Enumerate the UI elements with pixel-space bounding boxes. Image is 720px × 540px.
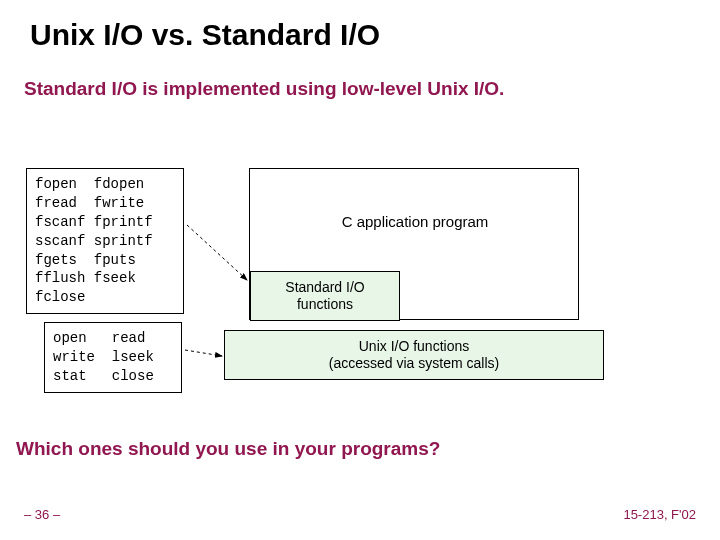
stdio-function-list: fopen fdopen fread fwrite fscanf fprintf…: [26, 168, 184, 314]
slide-subtitle: Standard I/O is implemented using low-le…: [24, 78, 504, 100]
slide-question: Which ones should you use in your progra…: [16, 438, 440, 460]
unixio-layer-box: Unix I/O functions (accessed via system …: [224, 330, 604, 380]
app-program-label: C application program: [250, 213, 580, 230]
stdio-layer-label: Standard I/O functions: [285, 279, 364, 313]
page-number: – 36 –: [24, 507, 60, 522]
unixio-layer-label: Unix I/O functions (accessed via system …: [329, 338, 499, 372]
course-footer: 15-213, F'02: [623, 507, 696, 522]
slide-title: Unix I/O vs. Standard I/O: [30, 18, 380, 52]
arrow-unixio-to-layer: [185, 350, 222, 356]
stdio-layer-box: Standard I/O functions: [250, 271, 400, 321]
layer-diagram: C application program Standard I/O funct…: [224, 168, 604, 392]
unixio-function-list: open read write lseek stat close: [44, 322, 182, 393]
app-program-box: C application program Standard I/O funct…: [249, 168, 579, 320]
